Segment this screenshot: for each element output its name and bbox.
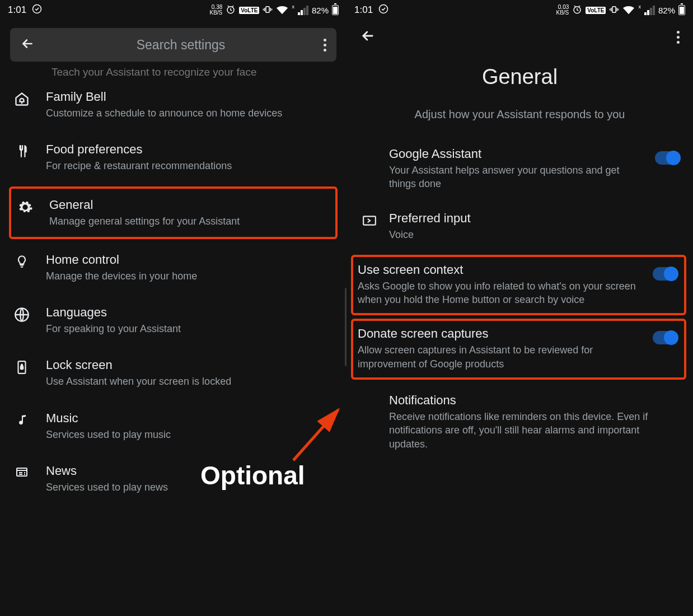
setting-general[interactable]: General Manage general settings for your…: [11, 189, 335, 237]
svg-rect-9: [612, 6, 616, 12]
signal-icon: [644, 6, 655, 15]
setting-title: News: [46, 464, 168, 478]
setting-title: Music: [46, 411, 171, 426]
gear-icon: [17, 198, 34, 215]
setting-title: Languages: [46, 305, 181, 320]
signal-icon: [298, 6, 308, 15]
data-speed: 0.03KB/S: [556, 4, 569, 16]
setting-title: Food preferences: [46, 142, 232, 157]
setting-music[interactable]: Music Services used to play music: [0, 400, 346, 452]
setting-sub: Services used to play music: [46, 428, 171, 441]
setting-title: Home control: [46, 253, 197, 267]
highlight-screen-context: Use screen context Asks Google to show y…: [351, 255, 686, 316]
wifi-icon: [276, 6, 288, 15]
item-title: Use screen context: [358, 263, 644, 277]
status-time: 1:01: [8, 4, 26, 16]
more-icon[interactable]: [324, 39, 326, 52]
item-title: Donate screen captures: [358, 326, 644, 341]
status-bar: 1:01 0.03KB/S VoLTE x 82%: [346, 0, 693, 20]
volte-badge: VoLTE: [239, 7, 259, 14]
item-sub: Voice: [389, 228, 680, 241]
toggle-donate-captures[interactable]: [653, 331, 677, 344]
status-time: 1:01: [354, 4, 373, 16]
setting-family-bell[interactable]: Family Bell Customize a schedule to anno…: [0, 78, 346, 131]
input-icon: [360, 211, 379, 228]
alarm-icon: [572, 4, 582, 16]
item-google-assistant[interactable]: Google Assistant Your Assistant helps an…: [346, 137, 693, 201]
data-speed: 0.38KB/S: [209, 4, 222, 16]
setting-title: Family Bell: [46, 90, 282, 104]
setting-lock-screen[interactable]: Lock screen Use Assistant when your scre…: [0, 347, 346, 399]
page-subtitle: Adjust how your Assistant responds to yo…: [346, 108, 693, 121]
setting-sub: Manage the devices in your home: [46, 269, 197, 283]
battery-pct: 82%: [312, 6, 329, 15]
globe-icon: [13, 305, 30, 323]
setting-title: General: [49, 198, 240, 212]
setting-food-preferences[interactable]: Food preferences For recipe & restaurant…: [0, 131, 346, 184]
setting-news[interactable]: News Services used to play news: [0, 452, 346, 505]
wifi-icon: [622, 6, 635, 15]
setting-sub: Use Assistant when your screen is locked: [46, 375, 231, 388]
vibrate-icon: [609, 4, 619, 16]
svg-point-0: [33, 4, 41, 13]
item-notifications[interactable]: Notifications Receive notifications like…: [346, 383, 693, 461]
item-donate-screen-captures[interactable]: Donate screen captures Allow screen capt…: [353, 321, 684, 377]
highlight-donate-captures: Donate screen captures Allow screen capt…: [351, 319, 686, 380]
item-use-screen-context[interactable]: Use screen context Asks Google to show y…: [353, 257, 684, 314]
search-placeholder: Search settings: [48, 38, 313, 53]
status-bar: 1:01 0.38KB/S VoLTE x 82%: [0, 0, 346, 20]
setting-languages[interactable]: Languages For speaking to your Assistant: [0, 294, 346, 347]
more-icon[interactable]: [677, 31, 680, 44]
battery-icon: [332, 5, 339, 15]
news-icon: [13, 464, 30, 479]
item-sub: Allow screen captures in Assistant to be…: [358, 343, 644, 371]
utensils-icon: [13, 142, 30, 158]
screen-settings-list: 1:01 0.38KB/S VoLTE x 82% Search: [0, 0, 346, 616]
checkmark-icon: [32, 4, 42, 17]
setting-sub: Customize a schedule to announce on home…: [46, 106, 282, 120]
svg-point-7: [380, 4, 388, 13]
battery-icon: [678, 5, 685, 15]
item-sub: Your Assistant helps answer your questio…: [389, 164, 639, 191]
highlight-general: General Manage general settings for your…: [9, 186, 338, 239]
item-sub: Receive notifications like reminders on …: [389, 410, 680, 451]
signal-x: x: [292, 4, 294, 10]
battery-pct: 82%: [658, 6, 675, 15]
music-note-icon: [13, 411, 30, 427]
item-title: Preferred input: [389, 211, 680, 226]
setting-sub: Manage general settings for your Assista…: [49, 214, 240, 228]
toggle-google-assistant[interactable]: [655, 151, 680, 165]
item-preferred-input[interactable]: Preferred input Voice: [346, 201, 693, 251]
setting-sub: For recipe & restaurant recommendations: [46, 159, 232, 172]
cutoff-row: Teach your Assistant to recognize your f…: [0, 62, 346, 78]
toggle-screen-context[interactable]: [653, 267, 677, 281]
header: [346, 20, 693, 46]
setting-home-control[interactable]: Home control Manage the devices in your …: [0, 241, 346, 294]
alarm-icon: [226, 4, 236, 16]
signal-x: x: [638, 4, 641, 10]
back-icon[interactable]: [20, 36, 35, 53]
search-bar[interactable]: Search settings: [10, 28, 336, 62]
item-title: Notifications: [389, 393, 680, 408]
volte-badge: VoLTE: [586, 7, 606, 14]
svg-rect-5: [21, 366, 23, 369]
checkmark-icon: [378, 4, 388, 17]
item-title: Google Assistant: [389, 147, 639, 161]
page-title: General: [346, 65, 693, 89]
vibrate-icon: [263, 4, 273, 16]
setting-sub: Services used to play news: [46, 480, 168, 494]
svg-rect-2: [266, 6, 269, 12]
lightbulb-icon: [13, 253, 30, 269]
phone-lock-icon: [13, 358, 30, 375]
home-bell-icon: [13, 90, 30, 107]
setting-sub: For speaking to your Assistant: [46, 322, 181, 335]
setting-title: Lock screen: [46, 358, 231, 372]
back-icon[interactable]: [360, 28, 376, 46]
screen-general: 1:01 0.03KB/S VoLTE x 82%: [346, 0, 693, 616]
item-sub: Asks Google to show you info related to …: [358, 279, 644, 307]
